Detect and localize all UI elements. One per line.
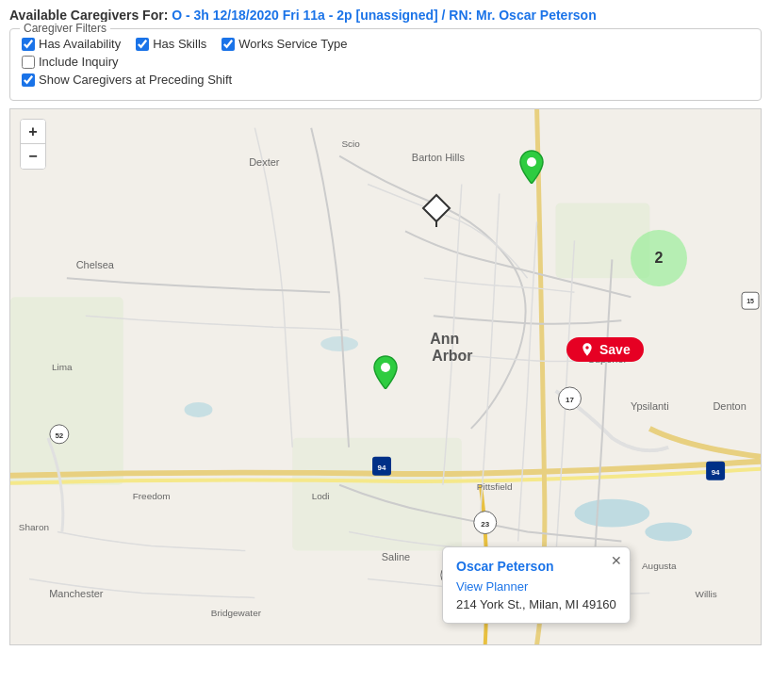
save-label: Save [599, 342, 631, 357]
cluster-bubble[interactable]: 2 [631, 230, 687, 286]
svg-text:Chelsea: Chelsea [76, 259, 115, 270]
caregiver-pin-1[interactable] [518, 150, 545, 187]
filter-row-3: Show Caregivers at Preceding Shift [22, 73, 749, 87]
svg-text:17: 17 [566, 396, 574, 404]
popup-address: 214 York St., Milan, MI 49160 [456, 597, 616, 611]
home-pin[interactable] [421, 193, 451, 230]
svg-text:Willis: Willis [696, 589, 717, 599]
svg-text:Bridgewater: Bridgewater [211, 608, 262, 618]
svg-point-2 [645, 523, 692, 542]
svg-point-1 [574, 499, 649, 528]
popup-view-planner-link[interactable]: View Planner [456, 579, 616, 594]
svg-text:Denton: Denton [713, 400, 746, 412]
cluster-count: 2 [655, 250, 664, 267]
svg-point-49 [527, 157, 536, 167]
home-pin-icon [421, 193, 451, 227]
svg-text:Dexter: Dexter [249, 156, 280, 168]
zoom-out-button[interactable]: − [21, 144, 45, 169]
svg-marker-47 [423, 195, 450, 221]
svg-point-3 [185, 402, 213, 417]
svg-text:Pittsfield: Pittsfield [477, 481, 513, 492]
svg-text:94: 94 [712, 468, 720, 477]
works-service-type-checkbox[interactable] [221, 38, 235, 51]
save-button[interactable]: Save [566, 337, 644, 362]
map-popup: ✕ Oscar Peterson View Planner 214 York S… [442, 546, 631, 624]
svg-text:Lodi: Lodi [312, 491, 330, 501]
filter-legend: Caregiver Filters [20, 22, 110, 35]
svg-text:Lima: Lima [52, 362, 73, 372]
filter-has-skills[interactable]: Has Skills [136, 37, 206, 51]
svg-text:Freedom: Freedom [133, 491, 171, 501]
page-header: Available Caregivers For: O - 3h 12/18/2… [0, 0, 771, 28]
header-highlight: O - 3h 12/18/2020 Fri 11a - 2p [unassign… [172, 8, 597, 23]
svg-text:Barton Hills: Barton Hills [412, 152, 466, 163]
has-skills-checkbox[interactable] [136, 38, 149, 51]
filter-has-availability[interactable]: Has Availability [22, 37, 121, 51]
filter-works-service-type[interactable]: Works Service Type [221, 37, 347, 51]
filter-include-inquiry[interactable]: Include Inquiry [22, 55, 119, 69]
caregiver-pin-2[interactable] [372, 355, 399, 392]
caregiver-pin-1-icon [518, 150, 545, 184]
zoom-in-button[interactable]: + [21, 120, 45, 144]
svg-text:Manchester: Manchester [49, 588, 104, 599]
caregiver-pin-2-icon [372, 355, 399, 389]
svg-text:Sharon: Sharon [19, 522, 49, 532]
map-container[interactable]: 94 94 17 52 23 12 12 15 Dexter Scio Bart… [9, 108, 762, 645]
caregiver-filters: Caregiver Filters Has Availability Has S… [9, 28, 762, 101]
header-prefix: Available Caregivers For: [9, 8, 168, 23]
has-availability-checkbox[interactable] [22, 38, 35, 51]
filter-row-2: Include Inquiry [22, 55, 749, 69]
show-preceding-checkbox[interactable] [22, 73, 35, 87]
svg-text:15: 15 [746, 298, 754, 304]
svg-text:23: 23 [481, 520, 489, 529]
include-inquiry-checkbox[interactable] [22, 56, 35, 69]
svg-text:Saline: Saline [382, 551, 411, 562]
popup-close-button[interactable]: ✕ [611, 553, 622, 568]
svg-text:Scio: Scio [341, 138, 360, 149]
map-zoom-controls: + − [20, 119, 46, 170]
svg-text:Augusta: Augusta [642, 561, 677, 571]
popup-caregiver-name: Oscar Peterson [456, 559, 616, 574]
svg-point-50 [381, 363, 390, 372]
svg-text:Arbor: Arbor [432, 348, 472, 364]
svg-text:Ypsilanti: Ypsilanti [631, 400, 669, 412]
svg-text:94: 94 [378, 464, 386, 472]
svg-text:Ann: Ann [430, 331, 459, 347]
svg-point-4 [320, 336, 358, 351]
filter-row-1: Has Availability Has Skills Works Servic… [22, 37, 749, 51]
filter-show-preceding[interactable]: Show Caregivers at Preceding Shift [22, 73, 232, 87]
svg-text:52: 52 [55, 431, 63, 440]
svg-rect-5 [10, 297, 123, 484]
